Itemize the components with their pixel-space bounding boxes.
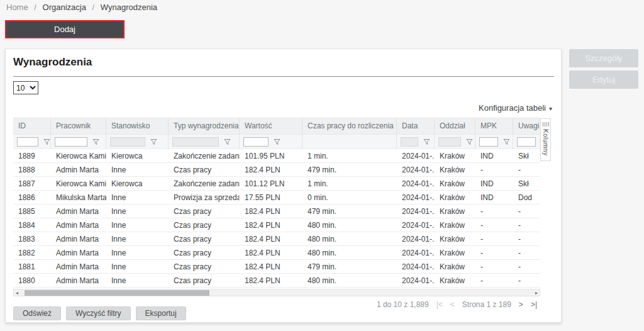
cell: 17.55 PLN: [240, 191, 303, 205]
table-row[interactable]: 1885Admin MartaInneCzas pracy182.4 PLN47…: [13, 204, 540, 218]
cell: 1 min.: [303, 149, 397, 163]
columns-tab-label: Kolumny: [542, 129, 549, 155]
column-header[interactable]: Data: [397, 118, 435, 135]
last-page-button[interactable]: >|: [531, 300, 537, 309]
cell: Kraków: [435, 246, 475, 260]
cell: 1888: [13, 163, 51, 177]
filter-funnel-icon[interactable]: [423, 138, 430, 145]
filter-cell: [435, 135, 475, 149]
cell: 2024-01-...: [397, 149, 435, 163]
filter-cell: [513, 135, 540, 149]
table-row[interactable]: 1886Mikulska MartaInneProwizja za sprzed…: [13, 190, 540, 204]
filter-funnel-icon[interactable]: [43, 138, 50, 145]
table-row[interactable]: 1881Admin MartaInneCzas pracy182.4 PLN47…: [13, 259, 540, 273]
next-page-button[interactable]: >: [519, 300, 523, 309]
cell: Admin Marta: [51, 205, 106, 218]
column-header[interactable]: Stanowisko: [106, 118, 169, 135]
cell: Kraków: [435, 260, 475, 274]
cell: 479 min.: [303, 260, 397, 274]
filter-input[interactable]: [55, 137, 87, 147]
column-header[interactable]: Typ wynagrodzenia: [169, 118, 240, 135]
column-header[interactable]: MPK: [475, 118, 513, 135]
clear-filters-button[interactable]: Wyczyść filtry: [66, 306, 131, 320]
refresh-button[interactable]: Odśwież: [13, 306, 61, 320]
cell: 2024-01-...: [397, 218, 435, 232]
filter-funnel-icon[interactable]: [466, 138, 473, 145]
filter-funnel-icon[interactable]: [274, 138, 280, 145]
scroll-left-icon[interactable]: ◂: [16, 289, 18, 296]
page-size-select[interactable]: 10: [13, 81, 38, 94]
cell: Admin Marta: [51, 260, 106, 274]
pagination: 1 do 10 z 1,889 |< < Strona 1 z 189 > >|: [377, 300, 537, 309]
horizontal-scrollbar[interactable]: ◂ ▸: [13, 289, 540, 296]
column-header[interactable]: Oddział: [435, 118, 475, 135]
column-header[interactable]: Wartość: [240, 118, 303, 135]
cell: Kraków: [435, 205, 475, 218]
cell: 2024-01-...: [397, 232, 435, 246]
table-row[interactable]: 1888Admin MartaInneCzas pracy182.4 PLN47…: [13, 162, 540, 176]
filter-input[interactable]: [517, 137, 536, 147]
scrollbar-thumb[interactable]: [25, 290, 209, 296]
cell: -: [513, 163, 540, 177]
filter-input[interactable]: [243, 137, 269, 147]
table-header-row: IDPracownikStanowiskoTyp wynagrodzeniaWa…: [13, 118, 540, 134]
cell: Czas pracy: [169, 274, 240, 288]
column-header-label: Data: [402, 121, 418, 130]
table-row[interactable]: 1883Admin MartaInneCzas pracy182.4 PLN48…: [13, 232, 540, 245]
cell: 1885: [13, 205, 51, 218]
breadcrumb-home[interactable]: Home: [6, 3, 28, 12]
cell: -: [513, 232, 540, 246]
add-button[interactable]: Dodaj: [5, 20, 125, 38]
filter-input[interactable]: [17, 137, 38, 147]
filter-input[interactable]: [479, 137, 498, 147]
main-panel: Wynagrodzenia 10 Konfiguracja tabeli▾ ID…: [5, 48, 562, 323]
column-header-label: MPK: [480, 121, 497, 130]
breadcrumb-separator: /: [34, 3, 36, 12]
column-header-label: Czas pracy do rozliczenia: [308, 121, 394, 130]
first-page-button[interactable]: |<: [436, 300, 443, 309]
filter-funnel-icon[interactable]: [224, 138, 231, 145]
column-header[interactable]: Pracownik: [51, 118, 106, 135]
cell: Inne: [106, 218, 169, 232]
cell: Kraków: [435, 163, 475, 177]
columns-tab[interactable]: Kolumny: [540, 118, 551, 161]
cell: Czas pracy: [169, 205, 240, 218]
table-row[interactable]: 1882Admin MartaInneCzas pracy182.4 PLN48…: [13, 245, 540, 259]
filter-input: [438, 137, 461, 147]
filter-funnel-icon[interactable]: [150, 138, 157, 145]
cell: Dod: [513, 191, 540, 205]
footer-buttons: Odśwież Wyczyść filtry Eksportuj: [13, 306, 186, 320]
column-header[interactable]: Czas pracy do rozliczenia: [303, 118, 397, 135]
table-row[interactable]: 1887Kierowca KamilKierowcaZakończenie za…: [13, 176, 540, 190]
filter-input: [401, 137, 418, 147]
cell: Inne: [106, 260, 169, 274]
filter-cell: [397, 135, 435, 149]
cell: Kraków: [435, 149, 475, 163]
cell: 480 min.: [303, 218, 397, 232]
table-config-button[interactable]: Konfiguracja tabeli▾: [479, 103, 552, 113]
column-header[interactable]: ID: [13, 118, 51, 135]
cell: Kraków: [435, 177, 475, 191]
cell: Inne: [106, 191, 169, 205]
cell: Kierowca Kamil: [51, 149, 106, 163]
page-number-label: Strona 1 z 189: [462, 300, 511, 309]
cell: Admin Marta: [51, 232, 106, 246]
details-button[interactable]: Szczegóły: [569, 49, 638, 67]
filter-funnel-icon[interactable]: [92, 138, 99, 145]
column-header[interactable]: Uwagi: [513, 118, 540, 135]
breadcrumb-organizacja[interactable]: Organizacja: [43, 3, 86, 12]
table-row[interactable]: 1884Admin MartaInneCzas pracy182.4 PLN48…: [13, 218, 540, 232]
cell: Kraków: [435, 218, 475, 232]
prev-page-button[interactable]: <: [450, 300, 455, 309]
cell: Czas pracy: [169, 246, 240, 260]
edit-button[interactable]: Edytuj: [569, 70, 638, 89]
table-row[interactable]: 1880Admin MartaInneCzas pracy182.4 PLN48…: [13, 273, 540, 287]
cell: 182.4 PLN: [240, 218, 303, 232]
cell: -: [513, 274, 540, 288]
filter-funnel-icon[interactable]: [503, 138, 510, 145]
table-row[interactable]: 1889Kierowca KamilKierowcaZakończenie za…: [13, 149, 540, 162]
scroll-right-icon[interactable]: ▸: [535, 289, 538, 296]
cell: Kraków: [435, 232, 475, 246]
export-button[interactable]: Eksportuj: [136, 306, 186, 320]
cell: -: [513, 205, 540, 218]
